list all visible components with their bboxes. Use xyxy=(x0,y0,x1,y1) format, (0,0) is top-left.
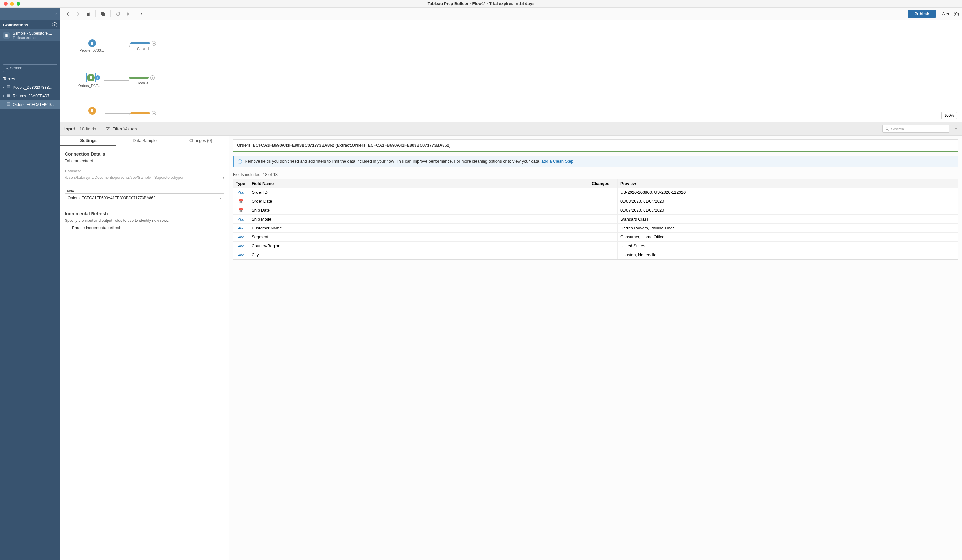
input-node-icon xyxy=(89,107,96,115)
table-item-label: People_D73023733B... xyxy=(13,85,52,90)
add-clean-step-link[interactable]: add a Clean Step. xyxy=(541,159,575,163)
minimize-window-button[interactable] xyxy=(10,2,14,6)
field-preview: Houston, Naperville xyxy=(618,250,958,259)
database-select[interactable]: /Users/katarzyna/Documents/personal/seo/… xyxy=(65,173,224,182)
type-string-icon: Abc xyxy=(238,217,244,221)
field-name: Customer Name xyxy=(249,224,589,232)
field-row[interactable]: 📅Order Date01/03/2020, 01/04/2020 xyxy=(233,197,958,206)
flow-clean-node[interactable]: + Clean 1 xyxy=(131,41,156,51)
field-preview: Standard Class xyxy=(618,215,958,224)
flow-canvas[interactable]: People_D7302... + Clean 1 xyxy=(60,20,962,122)
datasource-icon xyxy=(3,32,10,39)
field-preview: US-2020-103800, US-2020-112326 xyxy=(618,188,958,197)
input-node-icon xyxy=(89,39,96,47)
field-name: City xyxy=(249,250,589,259)
table-item[interactable]: Returns_2AA0FE4D7... xyxy=(0,92,60,100)
maximize-window-button[interactable] xyxy=(16,2,20,6)
info-banner: i Remove fields you don't need and add f… xyxy=(233,156,958,167)
table-icon xyxy=(6,85,11,90)
type-date-icon: 📅 xyxy=(239,199,244,203)
incremental-checkbox-row[interactable]: Enable incremental refresh xyxy=(65,225,224,230)
data-button[interactable] xyxy=(99,10,107,18)
field-changes xyxy=(589,197,618,206)
flow-connector xyxy=(105,46,131,46)
chevron-down-icon: ▾ xyxy=(223,176,224,179)
node-label: Clean 1 xyxy=(131,47,156,51)
incremental-description: Specify the input and output fields to u… xyxy=(65,218,224,223)
filter-values-button[interactable]: Filter Values... xyxy=(105,126,140,131)
flow-clean-node[interactable]: + xyxy=(131,111,156,116)
collapse-panel-icon[interactable] xyxy=(954,127,958,131)
toolbar: ▾ Publish Alerts (0) xyxy=(60,8,962,20)
sidebar-search-input[interactable] xyxy=(10,66,55,70)
bullet-icon xyxy=(3,87,5,88)
table-icon xyxy=(6,93,11,98)
add-connection-button[interactable]: + xyxy=(52,22,57,27)
field-row[interactable]: AbcSegmentConsumer, Home Office xyxy=(233,232,958,242)
table-value: Orders_ECFCA1FB690A41FE803BC071773BA862 xyxy=(68,196,156,200)
connection-item[interactable]: Sample - Superstore.... Tableau extract xyxy=(0,29,60,41)
incremental-heading: Incremental Refresh xyxy=(65,211,224,216)
field-changes xyxy=(589,232,618,242)
clean-pill-icon xyxy=(131,112,150,114)
panel-search[interactable] xyxy=(883,125,949,133)
fields-pane: Orders_ECFCA1FB690A41FE803BC071773BA862 … xyxy=(229,136,962,560)
tab-data-sample[interactable]: Data Sample xyxy=(116,136,173,146)
sidebar-collapse-icon[interactable]: ‹ xyxy=(55,12,56,16)
table-item[interactable]: Orders_ECFCA1FB69... xyxy=(0,100,60,109)
flow-input-node[interactable] xyxy=(79,107,105,119)
table-item-label: Returns_2AA0FE4D7... xyxy=(13,94,53,98)
field-row[interactable]: AbcCountry/RegionUnited States xyxy=(233,242,958,250)
field-preview: Darren Powers, Phillina Ober xyxy=(618,224,958,232)
node-label: Orders_ECFCA... xyxy=(78,84,104,87)
flow-connector xyxy=(104,80,129,81)
add-step-button[interactable]: + xyxy=(152,41,156,45)
field-row[interactable]: 📅Ship Date01/07/2020, 01/08/2020 xyxy=(233,206,958,215)
add-after-selected-button[interactable]: + xyxy=(95,76,100,80)
table-item-label: Orders_ECFCA1FB69... xyxy=(13,102,54,107)
close-window-button[interactable] xyxy=(4,2,8,6)
add-step-button[interactable]: + xyxy=(150,76,155,80)
checkbox-icon[interactable] xyxy=(65,226,69,230)
clean-pill-icon xyxy=(131,42,150,44)
field-changes xyxy=(589,206,618,215)
refresh-button[interactable] xyxy=(114,10,122,18)
field-row[interactable]: AbcCustomer NameDarren Powers, Phillina … xyxy=(233,224,958,232)
zoom-indicator[interactable]: 100% xyxy=(941,112,957,119)
field-row[interactable]: AbcOrder IDUS-2020-103800, US-2020-11232… xyxy=(233,188,958,197)
type-string-icon: Abc xyxy=(238,244,244,248)
publish-button[interactable]: Publish xyxy=(908,10,936,18)
flow-clean-node[interactable]: + Clean 3 xyxy=(129,76,155,85)
tables-heading: Tables xyxy=(0,75,60,83)
field-preview: Consumer, Home Office xyxy=(618,232,958,242)
titlebar: Tableau Prep Builder - Flow1* - Trial ex… xyxy=(0,0,962,8)
add-step-button[interactable]: + xyxy=(152,111,156,116)
type-string-icon: Abc xyxy=(238,226,244,230)
connection-type-value: Tableau extract xyxy=(65,158,224,163)
field-row[interactable]: AbcShip ModeStandard Class xyxy=(233,215,958,224)
sidebar-search[interactable] xyxy=(3,64,57,72)
back-button[interactable] xyxy=(64,10,72,18)
panel-search-input[interactable] xyxy=(891,127,946,131)
connection-name: Sample - Superstore.... xyxy=(13,31,52,36)
flow-input-node[interactable]: + Orders_ECFCA... xyxy=(78,73,104,87)
panel-header: Input 18 fields Filter Values... xyxy=(60,122,962,136)
field-row[interactable]: AbcCityHouston, Naperville xyxy=(233,250,958,259)
table-item[interactable]: People_D73023733B... xyxy=(0,83,60,92)
alerts-button[interactable]: Alerts (0) xyxy=(942,11,959,16)
connection-details-heading: Connection Details xyxy=(65,152,224,157)
field-changes xyxy=(589,188,618,197)
chevron-down-icon: ▾ xyxy=(220,196,221,200)
settings-button[interactable]: ▾ xyxy=(134,10,142,18)
type-string-icon: Abc xyxy=(238,235,244,239)
run-flow-button[interactable] xyxy=(124,10,132,18)
tab-settings[interactable]: Settings xyxy=(60,136,116,146)
clean-pill-icon xyxy=(129,77,148,79)
tab-changes[interactable]: Changes (0) xyxy=(173,136,229,146)
forward-button[interactable] xyxy=(74,10,82,18)
field-name: Country/Region xyxy=(249,242,589,250)
field-preview: 01/03/2020, 01/04/2020 xyxy=(618,197,958,206)
save-button[interactable] xyxy=(84,10,92,18)
table-select[interactable]: Orders_ECFCA1FB690A41FE803BC071773BA862 … xyxy=(65,194,224,202)
flow-input-node[interactable]: People_D7302... xyxy=(79,39,105,52)
